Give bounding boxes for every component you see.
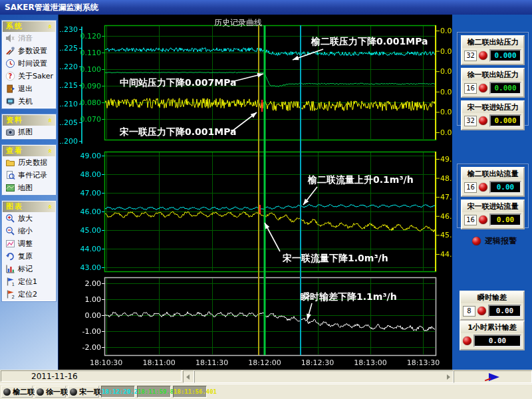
sidebar-item-about[interactable]: ?关于Saker: [3, 70, 55, 82]
sidebar-item-label: 定位1: [18, 277, 37, 287]
sidebar-item-label: 关机: [18, 96, 33, 106]
clock-icon: [5, 59, 15, 68]
mute-icon: [5, 33, 15, 43]
status-led-icon: [477, 307, 486, 315]
sidebar-group-0: 系统«消音参数设置时间设置?关于Saker退出关机: [2, 21, 56, 108]
status-led-icon: [479, 51, 487, 60]
sidebar-item-mark[interactable]: 标记: [3, 263, 55, 275]
gauge-title: 宋一联进站流量: [462, 201, 523, 212]
sidebar-group-header[interactable]: 图表«: [3, 201, 55, 212]
gauge-title: 瞬时输差: [461, 292, 523, 303]
sidebar-item-label: 事件记录: [18, 170, 47, 180]
sidebar-item-label: 消音: [18, 33, 33, 43]
sidebar-group-3: 图表«放大缩小调整复原标记1定位12定位2: [2, 201, 56, 301]
legend-button-song1[interactable]: 宋一联: [68, 386, 99, 398]
spin-right-icon[interactable]: [447, 374, 450, 380]
status-led-icon: [479, 116, 487, 125]
gauge-instant-difference: 瞬时输差 8 0.00: [460, 291, 525, 321]
sidebar-group-header[interactable]: 查看«: [3, 146, 55, 156]
gauge-title: 榆二联出站压力: [462, 37, 523, 48]
locate1-icon: 1: [5, 277, 15, 287]
sidebar-group-header[interactable]: 系统«: [3, 21, 55, 32]
spin-left-button[interactable]: [183, 370, 194, 383]
sidebar-item-zoom-out[interactable]: 缩小: [3, 225, 55, 237]
status-led-icon: [479, 183, 487, 192]
logic-alarm-indicator: 逻辑报警: [472, 235, 517, 247]
sidebar-item-label: 退出: [18, 84, 33, 94]
sidebar-item-label: 历史数据: [18, 158, 47, 168]
collapse-chevron-icon: «: [44, 204, 55, 209]
play-forward-button[interactable]: [454, 370, 532, 383]
sidebar-item-clock[interactable]: 时间设置: [3, 57, 55, 70]
legend-label: 榆二联: [13, 387, 35, 397]
folder-icon: [5, 158, 15, 168]
sidebar-group-2: 查看«历史数据事件记录地图: [2, 145, 56, 195]
gauge-value: 0.000: [489, 82, 521, 94]
sidebar-item-label: 标记: [18, 264, 33, 274]
legend-button-xu1[interactable]: 徐一联: [35, 386, 66, 398]
window-titlebar: SAKER管道泄漏监测系统: [0, 0, 532, 15]
sidebar-item-mute[interactable]: 消音: [3, 32, 55, 45]
gauge-title: 宋一联进站压力: [462, 102, 523, 113]
gauge-title: 徐一联出站压力: [462, 69, 523, 80]
sidebar-group-label: 资料: [6, 115, 23, 126]
gauge-value: 0.000: [489, 49, 521, 62]
date-cell: 2011-11-16: [1, 370, 182, 382]
sidebar-item-label: 抓图: [18, 127, 33, 137]
gauge-address: 32: [464, 116, 477, 126]
gauge-value: 0.00: [489, 213, 521, 226]
log-icon: [5, 170, 15, 180]
sidebar-item-label: 参数设置: [18, 46, 47, 56]
sidebar-group-header[interactable]: 资料«: [3, 115, 55, 126]
gauge-value: 0.00: [488, 305, 521, 317]
sidebar-item-label: 时间设置: [18, 59, 47, 68]
sidebar-item-label: 放大: [18, 213, 33, 223]
gauge-address: 16: [464, 182, 477, 193]
svg-text:?: ?: [9, 72, 13, 80]
mark-icon: [5, 264, 15, 274]
sidebar-item-log[interactable]: 事件记录: [3, 169, 55, 182]
chart-title: 历史记录曲线: [59, 17, 418, 29]
sidebar-item-zoom-in[interactable]: 放大: [3, 212, 55, 225]
station-led-icon: [37, 388, 44, 396]
flow-gauge-group: 榆二联出站流量 16 0.00 宋一联进站流量 16 0.00: [457, 164, 529, 228]
status-led-icon: [479, 215, 487, 224]
gauge-yu2-out-flow: 榆二联出站流量 16 0.00: [461, 167, 525, 197]
gauge-xu1-out-pressure: 徐一联出站压力 16 0.000: [461, 68, 525, 98]
application-window: SAKER管道泄漏监测系统 系统«消音参数设置时间设置?关于Saker退出关机资…: [0, 0, 532, 399]
status-led-icon: [463, 336, 471, 345]
legend-label: 徐一联: [46, 387, 68, 397]
sidebar-item-power[interactable]: 关机: [3, 95, 55, 108]
statusbar-bottom: 榆二联 徐一联 宋一联 18:12:20.282 18:11:59.821 18…: [0, 384, 532, 399]
sidebar-group-label: 查看: [6, 146, 23, 156]
sidebar-item-locate1[interactable]: 1定位1: [3, 275, 55, 288]
map-icon: [5, 183, 15, 193]
sidebar-item-exit[interactable]: 退出: [3, 82, 55, 95]
gauge-address: 16: [464, 215, 477, 225]
gauge-value: 0.00: [489, 181, 521, 194]
collapse-chevron-icon: «: [44, 148, 55, 153]
statusbar-middle-cell: [194, 370, 454, 383]
sidebar-item-adjust[interactable]: 调整: [3, 237, 55, 250]
gauge-yu2-out-pressure: 榆二联出站压力 32 0.000: [461, 35, 525, 65]
alarm-label: 逻辑报警: [485, 235, 517, 247]
collapse-chevron-icon: «: [44, 118, 55, 122]
sidebar-item-restore[interactable]: 复原: [3, 250, 55, 263]
sidebar-group-label: 系统: [6, 21, 23, 32]
station-led-icon: [70, 388, 77, 396]
history-chart-canvas[interactable]: [60, 15, 452, 370]
sidebar-item-folder[interactable]: 历史数据: [3, 156, 55, 169]
sidebar-item-settings[interactable]: 参数设置: [3, 45, 55, 57]
sidebar-item-camera[interactable]: 抓图: [3, 126, 55, 138]
settings-icon: [5, 46, 15, 56]
zoom-in-icon: [5, 213, 15, 223]
sidebar-item-locate2[interactable]: 2定位2: [3, 288, 55, 301]
gauge-address: 32: [464, 51, 477, 61]
gauge-song1-in-flow: 宋一联进站流量 16 0.00: [461, 200, 525, 229]
legend-button-yu2[interactable]: 榆二联: [1, 386, 33, 398]
sidebar-item-map[interactable]: 地图: [3, 182, 55, 194]
exit-icon: [5, 84, 15, 94]
about-icon: ?: [5, 71, 15, 81]
sidebar-group-label: 图表: [6, 201, 23, 212]
legend-label: 宋一联: [79, 387, 101, 397]
